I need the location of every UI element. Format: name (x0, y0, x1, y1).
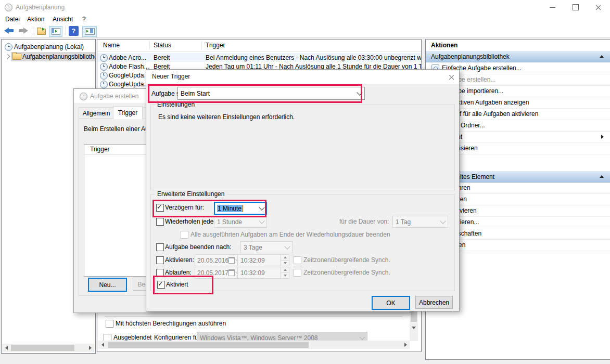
delay-select[interactable]: 1 Minute (214, 202, 267, 215)
export-list-icon[interactable] (36, 28, 47, 34)
button-label: OK (386, 300, 395, 307)
scroll-left-arrow[interactable] (2, 344, 10, 352)
task-trigger: Bei Anmeldung eines Benutzers - Nach Aus… (206, 54, 421, 61)
expire-label: Ablaufen: (165, 269, 192, 276)
table-row[interactable]: Adobe Acro... Bereit Bei Anmeldung eines… (97, 53, 421, 62)
tab-trigger[interactable]: Trigger (113, 106, 143, 119)
submenu-arrow-icon (601, 135, 604, 139)
cancel-button[interactable]: Abbrechen (415, 296, 453, 309)
tree-item-library[interactable]: Aufgabenplanungsbibliothek (2, 52, 95, 61)
begin-task-value: Beim Start (181, 90, 210, 97)
toolbar-separator (66, 26, 66, 35)
settings-group: Einstellungen Es sind keine weiteren Ein… (150, 105, 455, 190)
list-header: Name Status Trigger (97, 40, 421, 51)
chevron-down-icon (359, 334, 365, 340)
activate-checkbox[interactable] (156, 256, 164, 264)
chevron-down-icon (284, 243, 290, 249)
button-label: Neu... (99, 281, 116, 289)
expire-checkbox[interactable] (156, 269, 164, 277)
tree-horizontal-scrollbar[interactable] (2, 344, 94, 352)
spin-up-icon (284, 256, 287, 258)
chevron-right-icon[interactable] (5, 54, 10, 59)
column-divider[interactable] (149, 41, 150, 49)
tree-item-root[interactable]: Aufgabenplanung (Lokal) (2, 42, 95, 51)
new-trigger-button[interactable]: Neu... (88, 278, 127, 292)
stop-after-value: 3 Tage (244, 244, 262, 251)
repeat-select[interactable]: 1 Stunde (214, 216, 267, 228)
activate-time-spinner[interactable]: 10:32:09 (237, 254, 289, 266)
minimize-button[interactable] (541, 0, 564, 15)
expire-time-value: 10:32:09 (240, 269, 265, 277)
actions-title: Aktionen (431, 42, 458, 49)
scroll-down-arrow[interactable] (410, 323, 418, 332)
expire-date-value: 20.05.2017 (197, 269, 228, 277)
trigger-column-header[interactable]: Trigger (90, 146, 110, 153)
stop-all-checkbox[interactable] (181, 231, 188, 239)
stop-after-select[interactable]: 3 Tage (240, 241, 293, 253)
divider (105, 316, 402, 317)
stop-after-checkbox[interactable] (156, 243, 164, 251)
clock-icon (100, 54, 108, 62)
button-label: Abbrechen (419, 299, 449, 306)
delay-checkbox[interactable] (156, 204, 164, 212)
clock-icon (80, 93, 87, 100)
column-trigger[interactable]: Trigger (206, 42, 225, 49)
enabled-checkbox[interactable] (157, 281, 165, 289)
tab-allgemein[interactable]: Allgemein (79, 107, 114, 119)
column-status[interactable]: Status (154, 42, 171, 49)
collapse-icon[interactable] (600, 55, 604, 58)
maximize-button[interactable] (564, 0, 587, 15)
stop-all-label: Alle ausgeführten Aufgaben am Ende der W… (190, 231, 390, 238)
help-icon[interactable]: ? (69, 26, 79, 36)
advanced-settings-group: Erweiterte Einstellungen Verzögern für: … (150, 194, 455, 291)
task-name: GoogleUpda... (109, 81, 149, 88)
task-name: GoogleUpda... (109, 72, 149, 79)
spinner-buttons[interactable] (281, 267, 289, 278)
scroll-right-arrow[interactable] (401, 341, 410, 349)
settings-text: Es sind keine weiteren Einstellungen erf… (158, 113, 295, 121)
expire-date-picker[interactable]: 20.05.2017 (195, 267, 239, 279)
clock-icon (100, 63, 108, 71)
begin-task-select[interactable]: Beim Start (177, 87, 365, 100)
calendar-icon (228, 269, 235, 276)
back-icon[interactable] (4, 28, 15, 34)
duration-select[interactable]: 1 Tag (392, 216, 448, 228)
actions-section-header-library[interactable]: Aufgabenplanungsbibliothek (426, 51, 610, 62)
details-horizontal-scrollbar[interactable] (98, 341, 410, 349)
scrollbar-thumb[interactable] (108, 342, 309, 348)
activate-date-value: 20.05.2016 (197, 257, 228, 264)
menu-aktion[interactable]: Aktion (27, 16, 44, 23)
close-button[interactable] (587, 0, 610, 15)
show-action-pane-icon[interactable] (82, 26, 97, 37)
toolbar: ? (0, 24, 610, 38)
section-title: Aufgabenplanungsbibliothek (431, 53, 510, 60)
menu-help[interactable]: ? (82, 16, 86, 23)
expire-time-spinner[interactable]: 10:32:09 (237, 267, 289, 279)
scroll-left-arrow[interactable] (98, 341, 107, 349)
settings-group-label: Einstellungen (155, 101, 197, 108)
column-name[interactable]: Name (103, 42, 120, 49)
advanced-group-label: Erweiterte Einstellungen (155, 190, 226, 198)
activate-timezone-checkbox[interactable] (294, 256, 301, 264)
scroll-right-arrow[interactable] (86, 344, 94, 352)
ok-button[interactable]: OK (372, 296, 410, 310)
menu-datei[interactable]: Datei (5, 16, 20, 23)
highest-privileges-checkbox[interactable] (106, 320, 113, 328)
scrollbar-thumb[interactable] (11, 345, 74, 351)
clock-icon (100, 72, 108, 80)
activate-timezone-label: Zeitzonenübergreifende Synch. (303, 256, 390, 264)
collapse-icon[interactable] (600, 175, 604, 178)
minimize-icon (550, 7, 555, 8)
expire-timezone-checkbox[interactable] (294, 269, 301, 277)
forward-icon[interactable] (19, 28, 29, 34)
repeat-checkbox[interactable] (156, 218, 164, 226)
dialog-close-button[interactable] (448, 73, 455, 81)
activate-date-picker[interactable]: 20.05.2016 (195, 254, 239, 266)
toolbar-separator (33, 26, 33, 35)
show-console-tree-icon[interactable] (49, 26, 62, 37)
menu-ansicht[interactable]: Ansicht (53, 16, 73, 23)
spinner-buttons[interactable] (281, 255, 289, 266)
enabled-label: Aktiviert (166, 281, 188, 288)
column-divider[interactable] (201, 41, 202, 49)
scrollbar-thumb[interactable] (411, 310, 417, 322)
